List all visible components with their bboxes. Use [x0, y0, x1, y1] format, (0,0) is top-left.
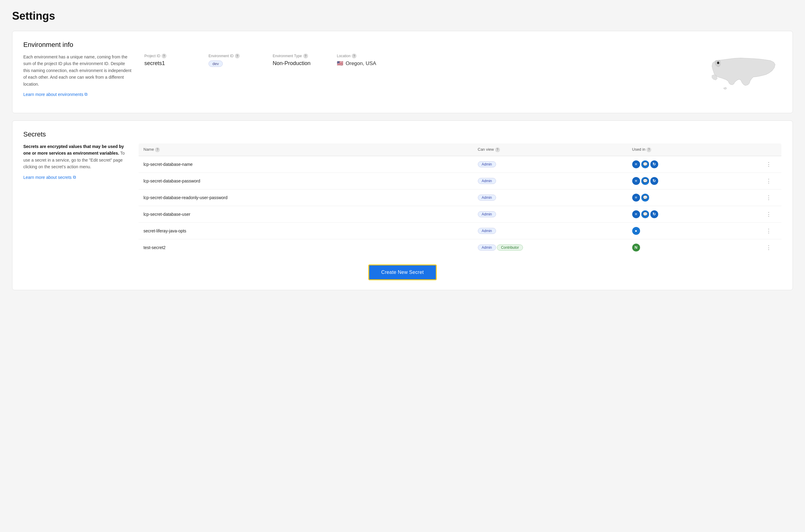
col-name-help-icon[interactable]: ? [155, 147, 160, 152]
action-cell[interactable]: ⋮ [756, 156, 782, 172]
secrets-table-container: Name ? Can view ? Used in ? [138, 143, 782, 256]
used-in-cell: ≡💬↻ [627, 206, 756, 223]
secrets-table: Name ? Can view ? Used in ? [138, 143, 782, 256]
action-cell[interactable]: ⋮ [756, 206, 782, 223]
stack-icon: ≡ [632, 210, 640, 218]
service-icons: ≡💬↻ [632, 210, 751, 218]
environment-type-field: Environment Type ? Non-Production [273, 54, 327, 67]
can-view-cell: Admin [473, 172, 627, 189]
learn-more-secrets-link[interactable]: Learn more about secrets ⧉ [23, 175, 76, 180]
n-green-icon: N [632, 244, 640, 251]
create-button-wrapper: Create New Secret [23, 265, 782, 280]
role-badge: Contributor [497, 245, 523, 251]
table-row: test-secret2Admin Contributor N⋮ [139, 239, 782, 256]
more-options-icon[interactable]: ⋮ [761, 195, 777, 200]
secret-name: lcp-secret-database-user [143, 212, 190, 217]
role-badge: Admin [478, 228, 496, 234]
service-icons: ≡💬↻ [632, 160, 751, 168]
used-in-cell: ≡💬↻ [627, 156, 756, 172]
can-view-cell: Admin [473, 156, 627, 172]
table-row: lcp-secret-database-passwordAdmin ≡💬↻⋮ [139, 172, 782, 189]
service-icons: ● [632, 227, 751, 235]
chat-icon: 💬 [641, 194, 649, 202]
us-flag-icon: 🇺🇸 [337, 60, 343, 66]
action-cell[interactable]: ⋮ [756, 189, 782, 206]
project-id-help-icon[interactable]: ? [161, 54, 167, 58]
stack-icon: ≡ [632, 194, 640, 202]
secret-name: lcp-secret-database-readonly-user-passwo… [143, 195, 228, 200]
location-value: 🇺🇸 Oregon, USA [337, 60, 391, 66]
environment-id-field: Environment ID ? dev [209, 54, 263, 67]
role-badge: Admin [478, 245, 496, 251]
can-view-cell: Admin [473, 206, 627, 223]
usa-map-svg [703, 54, 782, 102]
refresh-icon: ↻ [650, 160, 658, 168]
used-in-cell: ≡💬 [627, 189, 756, 206]
secrets-description: Secrets are encrypted values that may be… [23, 143, 126, 170]
chat-icon: 💬 [641, 177, 649, 185]
chat-icon: 💬 [641, 210, 649, 218]
environment-id-value: dev [209, 60, 263, 67]
more-options-icon[interactable]: ⋮ [761, 162, 777, 167]
can-view-cell: Admin [473, 223, 627, 239]
location-field: Location ? 🇺🇸 Oregon, USA [337, 54, 391, 67]
service-icons: ≡💬 [632, 194, 751, 202]
secrets-title: Secrets [23, 130, 782, 138]
action-cell[interactable]: ⋮ [756, 223, 782, 239]
environment-id-help-icon[interactable]: ? [235, 54, 240, 58]
project-id-field: Project ID ? secrets1 [145, 54, 199, 67]
secrets-card: Secrets Secrets are encrypted values tha… [12, 120, 793, 290]
environment-type-value: Non-Production [273, 60, 327, 66]
role-badge: Admin [478, 211, 496, 217]
more-options-icon[interactable]: ⋮ [761, 245, 777, 250]
refresh-icon: ↻ [650, 177, 658, 185]
stack-icon: ≡ [632, 177, 640, 185]
role-badge: Admin [478, 178, 496, 184]
table-row: secret-liferay-java-optsAdmin ●⋮ [139, 223, 782, 239]
more-options-icon[interactable]: ⋮ [761, 228, 777, 234]
usa-map [697, 54, 782, 103]
table-row: lcp-secret-database-readonly-user-passwo… [139, 189, 782, 206]
action-cell[interactable]: ⋮ [756, 172, 782, 189]
secret-name: test-secret2 [143, 245, 166, 250]
can-view-cell: Admin [473, 189, 627, 206]
environment-info-title: Environment info [23, 41, 782, 49]
used-in-cell: ≡💬↻ [627, 172, 756, 189]
more-options-icon[interactable]: ⋮ [761, 211, 777, 217]
col-usedin-help-icon[interactable]: ? [647, 147, 651, 152]
page-title: Settings [12, 10, 793, 22]
create-new-secret-button[interactable]: Create New Secret [368, 265, 437, 280]
chat-icon: 💬 [641, 160, 649, 168]
more-options-icon[interactable]: ⋮ [761, 178, 777, 184]
refresh-icon: ↻ [650, 210, 658, 218]
secret-name: secret-liferay-java-opts [143, 228, 187, 233]
circle-blue-icon: ● [632, 227, 640, 235]
col-header-name: Name ? [139, 144, 473, 156]
table-row: lcp-secret-database-nameAdmin ≡💬↻⋮ [139, 156, 782, 172]
service-icons: ≡💬↻ [632, 177, 751, 185]
stack-icon: ≡ [632, 160, 640, 168]
col-header-action [756, 144, 782, 156]
environment-description: Each environment has a unique name, comi… [23, 54, 132, 88]
secrets-description-bold: Secrets are encrypted values that may be… [23, 144, 124, 155]
role-badge: Admin [478, 195, 496, 201]
external-link-icon: ⧉ [84, 92, 88, 97]
table-row: lcp-secret-database-userAdmin ≡💬↻⋮ [139, 206, 782, 223]
action-cell[interactable]: ⋮ [756, 239, 782, 256]
col-header-canview: Can view ? [473, 144, 627, 156]
used-in-cell: ● [627, 223, 756, 239]
col-header-usedin: Used in ? [627, 144, 756, 156]
role-badge: Admin [478, 161, 496, 167]
used-in-cell: N [627, 239, 756, 256]
environment-info-card: Environment info Each environment has a … [12, 31, 793, 113]
service-icons: N [632, 244, 751, 251]
external-link-icon-secrets: ⧉ [73, 175, 76, 180]
project-id-value: secrets1 [145, 60, 199, 66]
learn-more-environments-link[interactable]: Learn more about environments ⧉ [23, 92, 88, 97]
secret-name: lcp-secret-database-name [143, 162, 193, 167]
can-view-cell: Admin Contributor [473, 239, 627, 256]
secret-name: lcp-secret-database-password [143, 178, 200, 184]
col-canview-help-icon[interactable]: ? [495, 147, 500, 152]
env-type-help-icon[interactable]: ? [303, 54, 308, 58]
location-help-icon[interactable]: ? [352, 54, 357, 58]
